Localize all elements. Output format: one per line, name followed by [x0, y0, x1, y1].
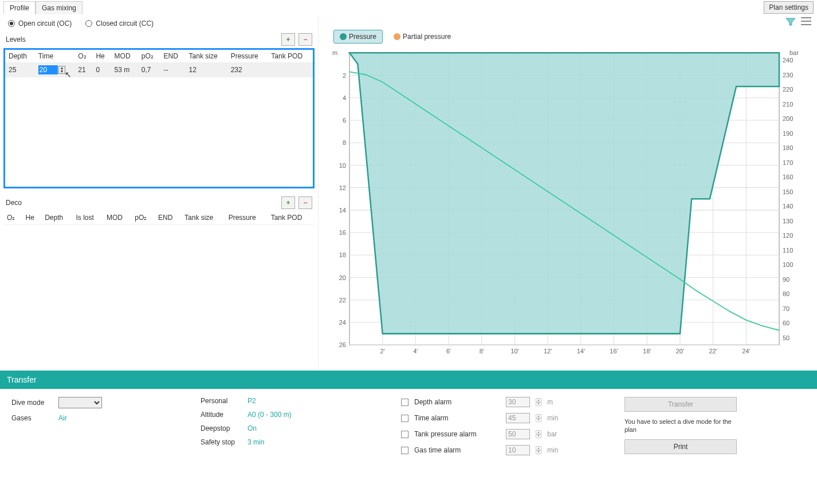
alarm-checkbox-1[interactable] [401, 415, 408, 422]
cell-pod[interactable] [268, 63, 313, 77]
alarm-checkbox-0[interactable] [401, 399, 408, 406]
gauge-icon [340, 33, 347, 40]
svg-text:m: m [332, 49, 337, 56]
dcol-tank[interactable]: Tank size [181, 211, 225, 225]
spin-down-icon[interactable]: ▼ [536, 402, 541, 406]
col-end[interactable]: END [160, 50, 186, 63]
levels-add-button[interactable]: + [281, 33, 295, 46]
deco-add-button[interactable]: + [281, 196, 295, 209]
cell-tank[interactable]: 12 [186, 63, 227, 77]
transfer-header: Transfer [0, 371, 817, 389]
spin-down-icon[interactable]: ▼ [59, 70, 65, 73]
personal-value[interactable]: P2 [248, 397, 256, 405]
radio-dot-icon [8, 20, 15, 27]
svg-text:220: 220 [783, 86, 793, 93]
svg-text:4': 4' [413, 348, 418, 355]
col-depth[interactable]: Depth [5, 50, 35, 63]
tab-gas-mixing[interactable]: Gas mixing [36, 1, 83, 14]
cell-o2[interactable]: 21 [74, 63, 92, 77]
cell-he[interactable]: 0 [92, 63, 111, 77]
levels-row[interactable]: 25 ▲ ▼ ↖ 21 0 [5, 63, 313, 77]
col-tank[interactable]: Tank size [186, 50, 227, 63]
menu-icon[interactable] [801, 17, 811, 25]
svg-text:20': 20' [676, 348, 684, 355]
dive-chart: 2'4'6'8'10'12'14'16'18'20'22'24'24681012… [322, 46, 814, 371]
spin-up-icon[interactable]: ▲ [536, 430, 541, 434]
filter-icon[interactable] [785, 17, 796, 26]
dcol-mod[interactable]: MOD [103, 211, 131, 225]
svg-text:160: 160 [783, 174, 793, 180]
deepstop-value[interactable]: On [248, 424, 257, 432]
spin-up-icon[interactable]: ▲ [536, 398, 541, 402]
alarm-value-input[interactable] [506, 445, 530, 455]
spin-up-icon[interactable]: ▲ [536, 414, 541, 418]
svg-text:60: 60 [783, 320, 789, 326]
personal-label: Personal [201, 397, 242, 405]
spin-down-icon[interactable]: ▼ [536, 418, 541, 422]
spin-down-icon[interactable]: ▼ [536, 434, 541, 438]
alarm-unit: bar [547, 430, 564, 438]
time-input[interactable] [38, 65, 58, 74]
alarm-value-input[interactable] [506, 429, 530, 439]
col-time[interactable]: Time [35, 50, 75, 63]
col-mod[interactable]: MOD [111, 50, 138, 63]
dcol-he[interactable]: He [22, 211, 41, 225]
cell-pressure[interactable]: 232 [227, 63, 268, 77]
svg-text:22: 22 [339, 297, 346, 304]
tab-profile[interactable]: Profile [3, 1, 36, 14]
radio-open-circuit[interactable]: Open circuit (OC) [8, 19, 72, 27]
altitude-label: Altitude [201, 411, 242, 419]
levels-title: Levels [6, 36, 26, 44]
radio-closed-circuit[interactable]: Closed circuit (CC) [85, 19, 154, 27]
col-o2[interactable]: O₂ [74, 50, 92, 63]
chart-tab-pressure[interactable]: Pressure [333, 30, 383, 44]
deco-title: Deco [6, 199, 22, 207]
col-he[interactable]: He [92, 50, 111, 63]
svg-text:16': 16' [610, 348, 618, 355]
transfer-button[interactable]: Transfer [624, 397, 737, 412]
spin-up-icon[interactable]: ▲ [536, 446, 541, 450]
svg-text:20: 20 [339, 274, 346, 281]
dcol-press[interactable]: Pressure [225, 211, 268, 225]
plan-settings-button[interactable]: Plan settings [764, 1, 814, 14]
col-tankpod[interactable]: Tank POD [268, 50, 313, 63]
alarm-checkbox-2[interactable] [401, 431, 408, 438]
col-po2[interactable]: pO₂ [138, 50, 160, 63]
dcol-depth[interactable]: Depth [41, 211, 72, 225]
print-button[interactable]: Print [624, 439, 737, 454]
dive-mode-select[interactable] [58, 397, 102, 408]
svg-text:170: 170 [783, 159, 793, 166]
cell-mod: 53 m [111, 63, 138, 77]
dcol-pod[interactable]: Tank POD [268, 211, 315, 225]
safety-value[interactable]: 3 min [248, 438, 264, 446]
svg-text:12: 12 [339, 184, 346, 191]
deepstop-label: Deepstop [201, 424, 242, 432]
gases-value[interactable]: Air [58, 414, 67, 422]
cell-po2: 0,7 [138, 63, 160, 77]
safety-label: Safety stop [201, 438, 242, 446]
svg-text:200: 200 [783, 115, 793, 122]
spin-down-icon[interactable]: ▼ [536, 450, 541, 454]
svg-text:18': 18' [643, 348, 651, 355]
chart-tab-partial[interactable]: Partial pressure [387, 30, 457, 44]
altitude-value[interactable]: A0 (0 - 300 m) [248, 411, 292, 419]
svg-text:2': 2' [380, 348, 385, 355]
cell-end: -- [160, 63, 186, 77]
deco-remove-button[interactable]: − [298, 196, 312, 209]
dive-mode-label: Dive mode [11, 399, 53, 407]
dcol-end[interactable]: END [155, 211, 181, 225]
dcol-o2[interactable]: O₂ [3, 211, 22, 225]
svg-text:100: 100 [783, 261, 793, 268]
alarm-value-input[interactable] [506, 413, 530, 423]
alarm-checkbox-3[interactable] [401, 447, 408, 454]
col-pressure[interactable]: Pressure [227, 50, 268, 63]
dcol-lost[interactable]: Is lost [73, 211, 103, 225]
radio-label: Open circuit (OC) [18, 19, 72, 27]
svg-text:14: 14 [339, 207, 346, 214]
dcol-po2[interactable]: pO₂ [131, 211, 155, 225]
alarm-value-input[interactable] [506, 397, 530, 407]
levels-remove-button[interactable]: − [298, 33, 312, 46]
cell-depth[interactable]: 25 [5, 63, 35, 77]
svg-text:130: 130 [783, 217, 793, 224]
deco-table: O₂ He Depth Is lost MOD pO₂ END Tank siz… [3, 211, 315, 225]
